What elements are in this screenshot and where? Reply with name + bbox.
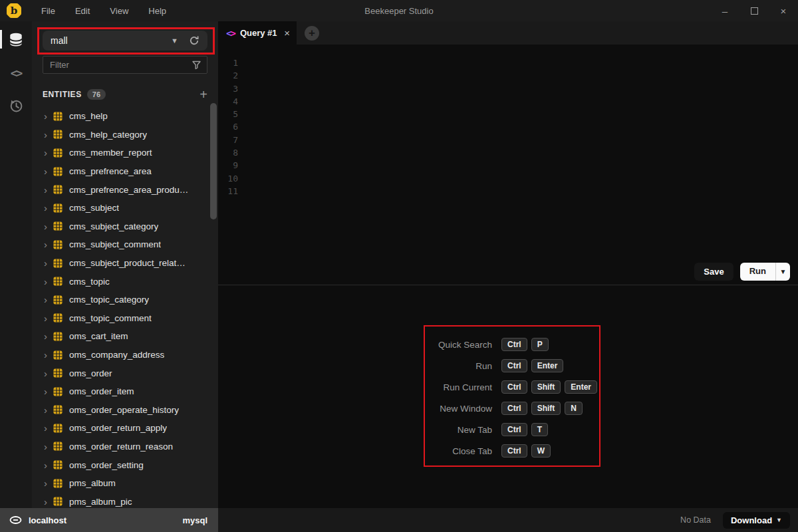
entity-row[interactable]: › cms_topic_category xyxy=(32,291,218,309)
chevron-right-icon: › xyxy=(44,276,53,287)
filter-input[interactable] xyxy=(50,60,192,70)
entity-row[interactable]: › cms_help xyxy=(32,107,218,126)
line-number: 1 xyxy=(218,57,238,69)
key-chip: P xyxy=(531,338,549,351)
entity-row[interactable]: › oms_order_return_apply xyxy=(32,419,218,438)
run-options-button[interactable]: ▼ xyxy=(775,263,790,281)
entity-row[interactable]: › cms_subject_category xyxy=(32,217,218,236)
tab-query-1[interactable]: <> Query #1 × xyxy=(218,21,297,45)
save-button[interactable]: Save xyxy=(694,263,733,281)
titlebar: b File Edit View Help Beekeeper Studio –… xyxy=(0,0,798,21)
query-editor-pane[interactable]: 1234567891011 Save Run ▼ xyxy=(218,45,798,285)
entity-row[interactable]: › oms_order_return_reason xyxy=(32,438,218,456)
entity-row[interactable]: › pms_album_pic xyxy=(32,492,218,508)
line-number-gutter: 1234567891011 xyxy=(218,45,238,258)
menubar: File Edit View Help xyxy=(41,6,166,16)
shortcut-row: New Tab CtrlT xyxy=(432,419,597,440)
database-pane-button[interactable] xyxy=(0,30,32,50)
entity-row[interactable]: › oms_order_operate_history xyxy=(32,401,218,420)
connection-status[interactable]: localhost mysql xyxy=(0,508,218,532)
chevron-right-icon: › xyxy=(44,166,53,177)
entity-row[interactable]: › cms_subject_comment xyxy=(32,235,218,254)
menu-file[interactable]: File xyxy=(41,6,55,16)
chevron-right-icon: › xyxy=(44,422,53,434)
entity-list: › cms_help › cms_help_category xyxy=(32,107,218,508)
refresh-button[interactable] xyxy=(189,35,200,46)
sidebar-scrollbar-thumb[interactable] xyxy=(210,103,217,219)
chevron-right-icon: › xyxy=(44,477,53,489)
shortcut-row: Run CtrlEnter xyxy=(432,355,597,376)
table-icon xyxy=(53,148,63,158)
entity-row[interactable]: › oms_order_item xyxy=(32,382,218,401)
shortcut-row: Quick Search CtrlP xyxy=(432,334,597,355)
close-button[interactable]: × xyxy=(769,0,798,21)
chevron-down-icon: ▼ xyxy=(776,517,782,523)
link-icon xyxy=(9,515,22,525)
refresh-icon xyxy=(189,35,200,46)
active-pane-indicator xyxy=(0,30,2,49)
table-icon xyxy=(53,203,63,213)
filter-funnel-icon[interactable] xyxy=(192,60,201,70)
entity-row[interactable]: › pms_album xyxy=(32,474,218,493)
table-icon xyxy=(53,442,63,451)
key-chip: Shift xyxy=(531,402,561,415)
maximize-button[interactable] xyxy=(739,0,769,21)
entities-count-badge: 76 xyxy=(87,89,106,100)
entity-row[interactable]: › oms_cart_item xyxy=(32,327,218,346)
chevron-right-icon: › xyxy=(44,257,53,269)
connection-driver: mysql xyxy=(182,515,207,525)
entity-row[interactable]: › oms_order xyxy=(32,364,218,382)
status-bar: localhost mysql No Data Download▼ xyxy=(0,508,798,532)
minimize-button[interactable]: – xyxy=(710,0,739,21)
run-button[interactable]: Run xyxy=(740,263,775,281)
entity-row[interactable]: › cms_member_report xyxy=(32,144,218,162)
maximize-icon xyxy=(751,7,758,15)
queries-pane-button[interactable]: <> xyxy=(0,63,32,83)
menu-edit[interactable]: Edit xyxy=(75,6,90,16)
key-chip: Ctrl xyxy=(501,380,527,394)
add-entity-button[interactable]: + xyxy=(200,88,207,101)
entity-name: cms_help xyxy=(69,111,108,121)
chevron-right-icon: › xyxy=(44,147,53,158)
entity-name: cms_subject_product_relat… xyxy=(69,258,186,268)
line-number: 10 xyxy=(218,172,238,185)
menu-help[interactable]: Help xyxy=(148,6,166,16)
database-select-value: mall xyxy=(51,35,68,46)
entity-name: oms_order_item xyxy=(69,386,134,396)
database-icon xyxy=(8,32,24,48)
entity-row[interactable]: › cms_topic_comment xyxy=(32,309,218,328)
entity-row[interactable]: › cms_prefrence_area_produ… xyxy=(32,180,218,199)
shortcut-hints: Quick Search CtrlP Run CtrlEnter Run Cur… xyxy=(432,334,597,462)
entity-name: cms_prefrence_area_produ… xyxy=(69,185,188,195)
entity-name: cms_subject xyxy=(69,203,119,213)
entity-row[interactable]: › oms_company_address xyxy=(32,346,218,364)
query-editor[interactable]: 1234567891011 xyxy=(218,45,798,258)
download-button[interactable]: Download▼ xyxy=(723,512,790,529)
entity-row[interactable]: › cms_subject_product_relat… xyxy=(32,254,218,273)
entity-row[interactable]: › cms_subject xyxy=(32,199,218,217)
window-controls: – × xyxy=(710,0,798,21)
menu-view[interactable]: View xyxy=(110,6,128,16)
line-number: 5 xyxy=(218,108,238,120)
key-chip: W xyxy=(531,444,551,458)
tab-close-icon[interactable]: × xyxy=(284,27,290,39)
database-select[interactable]: mall ▼ xyxy=(43,31,207,51)
shortcut-row: New Window CtrlShiftN xyxy=(432,398,597,419)
chevron-right-icon: › xyxy=(44,294,53,305)
entity-row[interactable]: › cms_help_category xyxy=(32,126,218,144)
entity-row[interactable]: › cms_topic xyxy=(32,272,218,291)
plus-icon: + xyxy=(309,27,315,39)
table-icon xyxy=(53,313,63,323)
history-pane-button[interactable] xyxy=(0,96,32,116)
table-icon xyxy=(53,259,63,268)
chevron-right-icon: › xyxy=(44,221,53,232)
entity-row[interactable]: › oms_order_setting xyxy=(32,456,218,474)
entity-row[interactable]: › cms_prefrence_area xyxy=(32,162,218,181)
table-icon xyxy=(53,332,63,341)
line-number: 9 xyxy=(218,159,238,172)
key-chip: Ctrl xyxy=(501,423,527,436)
table-icon xyxy=(53,497,63,506)
new-tab-button[interactable]: + xyxy=(305,26,319,41)
shortcut-label: Run xyxy=(432,361,492,371)
chevron-right-icon: › xyxy=(44,460,53,471)
